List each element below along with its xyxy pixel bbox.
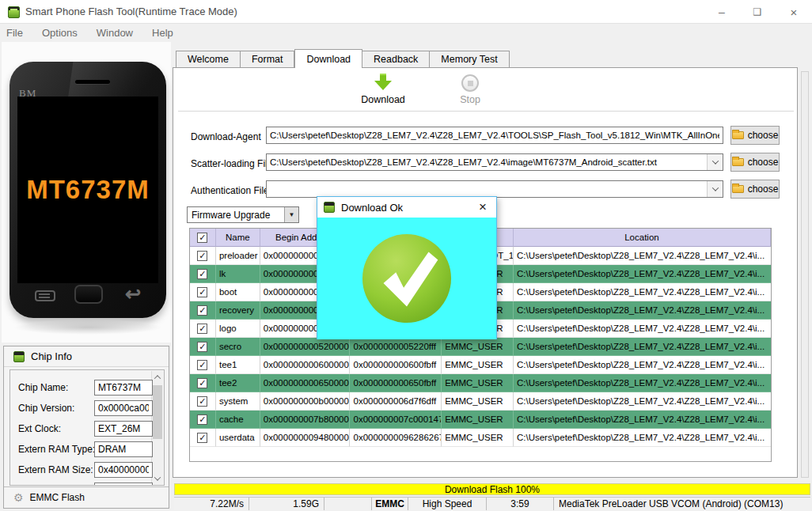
- chip-field-value[interactable]: [94, 483, 153, 486]
- col-name[interactable]: Name: [216, 229, 260, 247]
- checkbox-cell: ✓: [190, 301, 216, 320]
- region-cell: EMMC_USER: [442, 429, 514, 447]
- download-button[interactable]: Download: [347, 73, 419, 105]
- phone-speaker: [75, 80, 110, 84]
- table-row-cache[interactable]: ✓cache0x000000007b8000000x000000007c0001…: [190, 411, 771, 429]
- stop-button[interactable]: Stop: [434, 73, 506, 105]
- maximize-button[interactable]: ❑: [742, 0, 773, 24]
- auth-file-input[interactable]: [267, 181, 707, 197]
- checkbox-cell: ✓: [190, 247, 216, 265]
- name-cell: preloader: [216, 247, 260, 265]
- stop-button-label: Stop: [434, 94, 506, 105]
- download-agent-field[interactable]: [266, 127, 723, 144]
- chip-info-row: Chip Name:: [10, 380, 164, 396]
- row-checkbox[interactable]: ✓: [197, 251, 207, 261]
- stop-icon: [461, 74, 479, 92]
- region-cell: EMMC_USER: [442, 338, 514, 356]
- auth-file-field[interactable]: [266, 180, 723, 198]
- tab-memory-test[interactable]: Memory Test: [430, 51, 509, 68]
- row-checkbox[interactable]: ✓: [197, 305, 207, 316]
- location-cell: C:\Users\petef\Desktop\Z28_LEM7_V2.4\Z28…: [514, 374, 771, 392]
- table-row-system[interactable]: ✓system0x000000000b0000000x000000006d7f6…: [190, 392, 771, 411]
- row-checkbox[interactable]: ✓: [197, 414, 207, 425]
- col-location[interactable]: Location: [514, 229, 771, 247]
- tab-strip: WelcomeFormatDownloadReadbackMemory Test: [176, 49, 510, 68]
- checkbox-cell: ✓: [190, 429, 216, 447]
- phone-back-icon: ↩: [125, 285, 149, 305]
- scatter-file-input[interactable]: [267, 154, 707, 170]
- window-title: Smart Phone Flash Tool(Runtime Trace Mod…: [25, 6, 237, 17]
- chip-field-value[interactable]: [94, 400, 153, 416]
- end-address-cell: 0x0000000005220fff: [350, 338, 442, 356]
- region-cell: EMMC_USER: [442, 374, 514, 392]
- checkbox-cell: ✓: [190, 374, 216, 392]
- app-icon: [8, 6, 20, 18]
- tab-format[interactable]: Format: [241, 51, 295, 68]
- folder-icon: [732, 131, 744, 139]
- auth-file-choose-button[interactable]: choose: [730, 180, 780, 199]
- chip-info-row: Extern RAM Size:: [10, 462, 164, 478]
- auth-file-label: Authentication File: [191, 185, 269, 196]
- download-agent-choose-button[interactable]: choose: [730, 126, 780, 145]
- chevron-down-icon[interactable]: [707, 154, 723, 170]
- tab-download[interactable]: Download: [294, 49, 362, 68]
- begin-address-cell: 0x0000000006000000: [260, 356, 351, 374]
- dialog-close-button[interactable]: ×: [469, 197, 496, 218]
- mode-combobox[interactable]: Firmware Upgrade ▼: [187, 206, 299, 223]
- location-cell: C:\Users\petef\Desktop\Z28_LEM7_V2.4\Z28…: [514, 265, 771, 283]
- row-checkbox[interactable]: ✓: [197, 360, 207, 370]
- download-arrow-icon: [373, 73, 393, 92]
- row-checkbox[interactable]: ✓: [197, 287, 207, 297]
- row-checkbox[interactable]: ✓: [197, 342, 207, 352]
- chip-field-value[interactable]: [94, 421, 153, 437]
- table-row-secro[interactable]: ✓secro0x00000000052000000x0000000005220f…: [190, 338, 771, 356]
- table-row-userdata[interactable]: ✓userdata0x00000000948000000x00000000962…: [190, 429, 771, 447]
- begin-address-cell: 0x0000000094800000: [260, 429, 351, 447]
- checkbox-cell: ✓: [190, 411, 216, 429]
- gear-icon: ⚙: [13, 491, 24, 504]
- minimize-button[interactable]: –: [706, 0, 738, 24]
- scatter-file-choose-button[interactable]: choose: [730, 153, 780, 172]
- status-size: 1.59G: [249, 498, 324, 510]
- name-cell: system: [216, 392, 260, 411]
- chip-info-icon: [13, 351, 25, 362]
- download-agent-input[interactable]: [267, 127, 723, 143]
- row-checkbox[interactable]: ✓: [197, 396, 207, 407]
- choose-button-label: choose: [748, 184, 779, 195]
- close-button[interactable]: ×: [778, 0, 810, 24]
- tab-readback[interactable]: Readback: [362, 51, 430, 68]
- chip-field-value[interactable]: [94, 441, 153, 457]
- chip-info-fields: Chip Name:Chip Version:Ext Clock:Extern …: [9, 369, 165, 486]
- chip-info-panel: Chip Info Chip Name:Chip Version:Ext Clo…: [3, 346, 169, 509]
- emmc-flash-label: EMMC Flash: [30, 492, 85, 503]
- end-address-cell: 0x000000007c000147: [350, 411, 442, 429]
- titlebar: Smart Phone Flash Tool(Runtime Trace Mod…: [0, 0, 812, 24]
- table-row-tee2[interactable]: ✓tee20x00000000065000000x000000000650fbf…: [190, 374, 771, 392]
- row-checkbox[interactable]: ✓: [197, 433, 207, 443]
- phone-shadow: [13, 320, 163, 335]
- location-cell: C:\Users\petef\Desktop\Z28_LEM7_V2.4\Z28…: [514, 429, 771, 447]
- chip-field-value[interactable]: [94, 380, 153, 396]
- chevron-down-icon[interactable]: [707, 181, 723, 197]
- chip-info-row-clipped: [10, 483, 164, 486]
- scatter-file-field[interactable]: [266, 153, 723, 171]
- combo-arrow-icon[interactable]: ▼: [284, 207, 298, 222]
- tab-welcome[interactable]: Welcome: [176, 51, 241, 68]
- success-check-icon: [360, 232, 453, 325]
- menu-item-options[interactable]: Options: [32, 24, 87, 41]
- checkbox-cell: ✓: [190, 283, 216, 301]
- menu-item-help[interactable]: Help: [142, 24, 183, 41]
- table-row-tee1[interactable]: ✓tee10x00000000060000000x000000000600fbf…: [190, 356, 771, 374]
- end-address-cell: 0x000000006d7f6dff: [350, 392, 442, 411]
- menu-item-window[interactable]: Window: [87, 24, 142, 41]
- status-empty: [324, 498, 372, 510]
- row-checkbox[interactable]: ✓: [197, 378, 207, 388]
- location-cell: C:\Users\petef\Desktop\Z28_LEM7_V2.4\Z28…: [514, 301, 771, 320]
- progress-bar: Download Flash 100%: [174, 483, 810, 495]
- row-checkbox[interactable]: ✓: [197, 269, 207, 279]
- select-all-checkbox[interactable]: ✓: [190, 229, 216, 247]
- location-cell: C:\Users\petef\Desktop\Z28_LEM7_V2.4\Z28…: [514, 392, 771, 411]
- row-checkbox[interactable]: ✓: [197, 324, 207, 334]
- menu-item-file[interactable]: File: [0, 24, 32, 41]
- chip-field-value[interactable]: [94, 462, 153, 478]
